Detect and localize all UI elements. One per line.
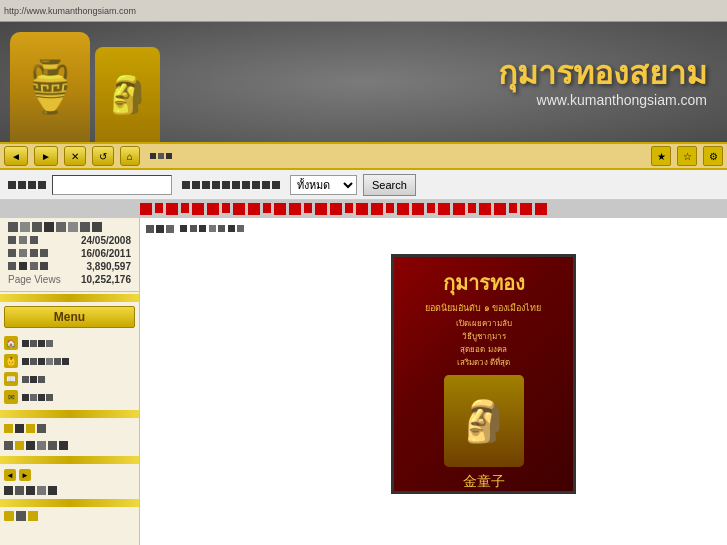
red-block (509, 203, 517, 213)
gold-divider-4 (0, 499, 139, 507)
deco-sq-11 (242, 181, 250, 189)
deco-sq-12 (252, 181, 260, 189)
search-button[interactable]: Search (363, 174, 416, 196)
menu-item-home[interactable]: 🏠 (4, 334, 135, 352)
search-bar: ทั้งหมด หมวดหมู่ สินค้า Search (0, 170, 727, 200)
stat-pageviews-row: Page Views 10,252,176 (8, 274, 131, 285)
deco-sq-6 (192, 181, 200, 189)
deco-sq-8 (212, 181, 220, 189)
pixel-deco-2 (158, 153, 164, 159)
red-block (468, 203, 476, 213)
menu-label-px (38, 340, 45, 347)
stat-deco (56, 222, 66, 232)
sidebar-bottom-icon[interactable]: ◄ (4, 469, 16, 481)
menu-label-px (38, 358, 45, 365)
red-block (248, 203, 260, 215)
stat-deco (32, 222, 42, 232)
menu-item-contact[interactable]: ✉ (4, 388, 135, 406)
nav-icon-1[interactable]: ★ (651, 146, 671, 166)
menu-label-px (30, 394, 37, 401)
deco-sq-4 (38, 181, 46, 189)
sidebar-block (15, 441, 24, 450)
nav-home-button[interactable]: ⌂ (120, 146, 140, 166)
sidebar-stats: 24/05/2008 16/06/2011 3,890,59 (0, 218, 139, 292)
red-block (479, 203, 491, 215)
deco-sq-9 (222, 181, 230, 189)
menu-item-ritual[interactable]: 📖 (4, 370, 135, 388)
red-block (140, 203, 152, 215)
nav-refresh-button[interactable]: ↺ (92, 146, 114, 166)
nav-back-button[interactable]: ◄ (4, 146, 28, 166)
menu-item-contact-icon: ✉ (4, 390, 18, 404)
red-block (207, 203, 219, 215)
menu-item-kumarn[interactable]: 👶 (4, 352, 135, 370)
nav-icon-2[interactable]: ☆ (677, 146, 697, 166)
menu-title: Menu (4, 306, 135, 328)
red-block (397, 203, 409, 215)
content-deco-sq (156, 225, 164, 233)
pixel-deco-3 (166, 153, 172, 159)
red-block (166, 203, 178, 215)
main-layout: 24/05/2008 16/06/2011 3,890,59 (0, 218, 727, 545)
red-block (181, 203, 189, 213)
sidebar-tiny-icons (0, 509, 139, 523)
search-dropdown[interactable]: ทั้งหมด หมวดหมู่ สินค้า (290, 175, 357, 195)
url-display: http://www.kumanthongsiam.com (4, 6, 136, 16)
sidebar-bottom-blocks (0, 484, 139, 497)
red-block (535, 203, 547, 215)
search-input[interactable] (52, 175, 172, 195)
sidebar-block (59, 441, 68, 450)
sidebar-block (15, 424, 24, 433)
menu-label-px (30, 340, 37, 347)
menu-label-px (22, 394, 29, 401)
stat-visitors-label (8, 261, 48, 272)
deco-sq-10 (232, 181, 240, 189)
sidebar-block (26, 424, 35, 433)
stat-update-label (8, 248, 48, 259)
red-block (453, 203, 465, 215)
menu-label-px (30, 358, 37, 365)
deco-sq-14 (272, 181, 280, 189)
red-block (412, 203, 424, 215)
book-cover-image: กุมารทอง ยอดนิยมอันดับ ๑ ของเมืองไทย เปิ… (391, 254, 576, 494)
main-content: กุมารทอง ยอดนิยมอันดับ ๑ ของเมืองไทย เปิ… (140, 218, 727, 545)
sidebar-block (15, 486, 24, 495)
nav-toolbar: ◄ ► ✕ ↺ ⌂ ★ ☆ ⚙ (0, 142, 727, 170)
book-desc-line2: วิธีบูชากุมาร (456, 330, 512, 343)
sidebar-block (26, 486, 35, 495)
red-block (274, 203, 286, 215)
red-block (371, 203, 383, 215)
menu-label-px (22, 376, 29, 383)
pixel-deco-1 (150, 153, 156, 159)
sidebar-extra-blocks-2 (0, 437, 139, 454)
sidebar-block (48, 441, 57, 450)
header-banner: 🏺 🗿 กุมารทองสยาม www.kumanthongsiam.com (0, 22, 727, 142)
book-desc-line1: เปิดเผยความลับ (456, 317, 512, 330)
tiny-icon (28, 511, 38, 521)
menu-label-px (38, 394, 45, 401)
menu-label-px (22, 340, 29, 347)
book-chinese-text: 金童子 (463, 473, 505, 491)
book-subtitle: ยอดนิยมอันดับ ๑ ของเมืองไทย (425, 301, 541, 315)
red-block (330, 203, 342, 215)
red-block (263, 203, 271, 213)
deco-sq-13 (262, 181, 270, 189)
menu-label-px (38, 376, 45, 383)
sidebar-block (48, 486, 57, 495)
stat-deco (68, 222, 78, 232)
red-block (345, 203, 353, 213)
red-block (494, 203, 506, 215)
red-block (520, 203, 532, 215)
site-title: กุมารทองสยาม (498, 47, 707, 98)
nav-icon-3[interactable]: ⚙ (703, 146, 723, 166)
sidebar-bottom-icon[interactable]: ► (19, 469, 31, 481)
statue-left-image: 🏺 (10, 32, 90, 142)
nav-forward-button[interactable]: ► (34, 146, 58, 166)
stat-visitors-value: 3,890,597 (87, 261, 132, 272)
stat-pageviews-value: 10,252,176 (81, 274, 131, 285)
menu-label-px (46, 340, 53, 347)
red-block (438, 203, 450, 215)
menu-label-px (22, 358, 29, 365)
nav-stop-button[interactable]: ✕ (64, 146, 86, 166)
sidebar-block (4, 486, 13, 495)
